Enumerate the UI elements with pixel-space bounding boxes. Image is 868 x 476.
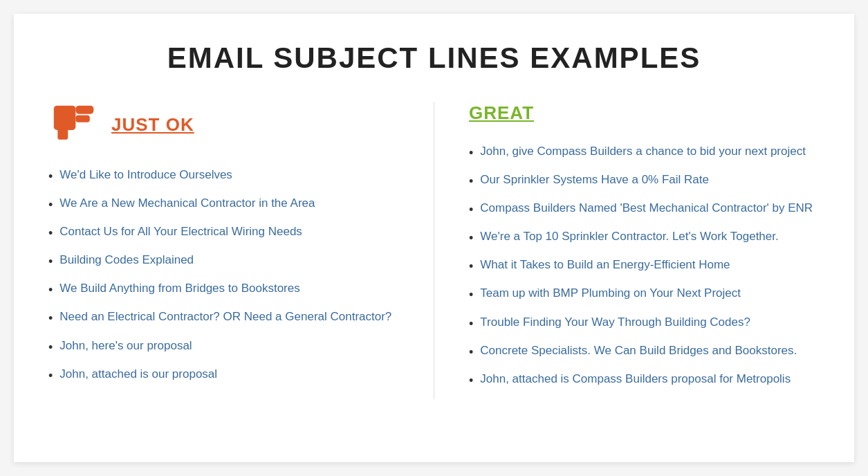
left-column-header: JUST OK (48, 102, 399, 147)
column-divider (434, 102, 434, 399)
list-item: John, attached is Compass Builders propo… (469, 371, 820, 390)
right-column: GREAT John, give Compass Builders a chan… (469, 102, 820, 399)
list-item: Building Codes Explained (48, 252, 399, 271)
list-item: Contact Us for All Your Electrical Wirin… (48, 223, 399, 242)
list-item: John, attached is our proposal (48, 366, 399, 385)
left-column-label: JUST OK (111, 114, 194, 136)
thumbs-down-icon-svg (48, 102, 100, 147)
list-item: Concrete Specialists. We Can Build Bridg… (469, 342, 820, 361)
list-item: John, give Compass Builders a chance to … (469, 143, 820, 162)
right-column-header: GREAT (469, 102, 820, 124)
list-item: We'd Like to Introduce Ourselves (48, 167, 399, 185)
columns-container: JUST OK We'd Like to Introduce Ourselves… (48, 102, 820, 399)
list-item: What it Takes to Build an Energy-Efficie… (469, 257, 820, 275)
list-item: Our Sprinkler Systems Have a 0% Fail Rat… (469, 172, 820, 190)
left-column: JUST OK We'd Like to Introduce Ourselves… (48, 102, 399, 399)
right-column-label: GREAT (469, 102, 534, 124)
svg-rect-4 (57, 127, 68, 140)
list-item: Trouble Finding Your Way Through Buildin… (469, 314, 820, 333)
right-item-list: John, give Compass Builders a chance to … (469, 143, 820, 390)
left-item-list: We'd Like to Introduce Ourselves We Are … (48, 167, 399, 385)
list-item: John, here's our proposal (48, 338, 399, 356)
list-item: Team up with BMP Plumbing on Your Next P… (469, 285, 820, 304)
svg-rect-3 (54, 106, 76, 130)
list-item: Need an Electrical Contractor? OR Need a… (48, 309, 399, 327)
list-item: Compass Builders Named 'Best Mechanical … (469, 200, 820, 219)
main-card: EMAIL SUBJECT LINES EXAMPLES (14, 14, 854, 462)
list-item: We Build Anything from Bridges to Bookst… (48, 280, 399, 299)
page-title: EMAIL SUBJECT LINES EXAMPLES (48, 42, 820, 75)
svg-rect-5 (75, 106, 93, 114)
list-item: We Are a New Mechanical Contractor in th… (48, 195, 399, 214)
list-item: We're a Top 10 Sprinkler Contractor. Let… (469, 228, 820, 247)
svg-rect-6 (75, 116, 89, 122)
